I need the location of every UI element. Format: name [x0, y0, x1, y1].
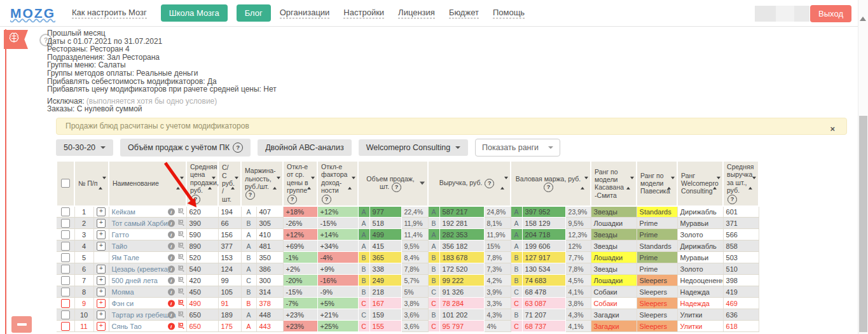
dish-name-link[interactable]: Мояма: [112, 288, 134, 296]
recipe-icon[interactable]: [177, 322, 184, 330]
nav-item-1[interactable]: Школа Мозга: [161, 4, 228, 22]
question-icon[interactable]: ?: [392, 183, 401, 192]
close-icon[interactable]: ×: [830, 121, 835, 137]
info-icon[interactable]: i: [168, 231, 175, 238]
column-header-name[interactable]: Наименование: [109, 161, 186, 206]
sort-icon[interactable]: [626, 179, 634, 187]
expand-icon[interactable]: +: [97, 230, 106, 239]
info-icon[interactable]: i: [168, 311, 175, 318]
dish-name-link[interactable]: Гатто: [112, 231, 129, 239]
row-checkbox[interactable]: [61, 276, 70, 285]
mozg-logo[interactable]: MOZG: [10, 6, 55, 21]
row-checkbox[interactable]: [61, 288, 70, 296]
expand-icon[interactable]: +: [97, 242, 106, 251]
scrollbar-thumb[interactable]: [859, 116, 867, 332]
sort-icon[interactable]: [581, 179, 588, 187]
expand-icon[interactable]: +: [97, 299, 106, 308]
question-icon[interactable]: ?: [485, 179, 494, 188]
row-checkbox[interactable]: [61, 207, 70, 216]
info-icon[interactable]: i: [168, 265, 175, 272]
brain-ribbon-badge[interactable]: [4, 30, 28, 49]
sidebar-toggle-button[interactable]: [11, 316, 32, 333]
recipe-icon[interactable]: [177, 288, 184, 296]
show-ranks-select[interactable]: Показать ранги: [475, 139, 560, 157]
toolbar-button-1[interactable]: Объём продаж с учётом ПК?: [120, 139, 251, 157]
sort-icon[interactable]: [713, 179, 720, 187]
dish-name-link[interactable]: Сянь Тао: [112, 323, 142, 330]
sort-icon[interactable]: [748, 179, 756, 187]
column-header-cost[interactable]: С/С руб. /шт.: [218, 161, 241, 206]
info-icon[interactable]: i: [168, 208, 175, 215]
sort-icon[interactable]: [500, 179, 508, 187]
column-header-avg_unit_revenue[interactable]: Средняя выручка за шт., руб. ?: [723, 161, 759, 206]
question-icon[interactable]: ?: [287, 195, 297, 204]
expand-icon[interactable]: +: [97, 265, 106, 274]
sort-icon[interactable]: [208, 179, 216, 187]
recipe-icon[interactable]: [177, 253, 184, 261]
row-checkbox[interactable]: [61, 310, 70, 319]
dish-name-link[interactable]: Тайо: [112, 242, 128, 250]
recipe-icon[interactable]: [177, 299, 184, 307]
question-icon[interactable]: ?: [544, 183, 553, 192]
row-checkbox[interactable]: [61, 219, 70, 228]
dish-name-link[interactable]: Ям Тале: [112, 254, 139, 261]
info-icon[interactable]: i: [168, 323, 175, 330]
row-checkbox[interactable]: [61, 242, 70, 251]
column-header-revenue[interactable]: Выручка, руб. ?: [428, 161, 511, 206]
scrollbar[interactable]: [858, 0, 868, 334]
recipe-icon[interactable]: [177, 219, 184, 227]
column-header-rank_welcomepro[interactable]: Ранг Welcomepro Consulting: [677, 161, 723, 206]
expand-icon[interactable]: +: [97, 219, 106, 228]
expand-icon[interactable]: +: [97, 207, 106, 216]
toolbar-button-2[interactable]: Двойной АВС-анализ: [258, 139, 351, 156]
info-icon[interactable]: i: [168, 288, 175, 295]
info-icon[interactable]: i: [168, 254, 175, 261]
expand-icon[interactable]: +: [97, 310, 106, 319]
column-header-num[interactable]: № П/п: [74, 161, 109, 206]
recipe-icon[interactable]: [177, 265, 184, 273]
sort-icon[interactable]: [307, 179, 315, 187]
column-header-margin[interactable]: Маржина-льность, руб./шт. ?: [241, 161, 283, 206]
column-header-profit_dev[interactable]: Откл-е фактора доход-ности ?: [317, 161, 358, 206]
column-header-rank_pavesic[interactable]: Ранг по модели Павесика: [637, 161, 677, 206]
info-icon[interactable]: i: [168, 277, 175, 284]
toolbar-button-0[interactable]: 50-30-20: [56, 139, 113, 156]
recipe-icon[interactable]: [177, 276, 184, 284]
column-header-price_dev[interactable]: Откл-е от ср. цены в группе ?: [283, 161, 317, 206]
toolbar-button-3[interactable]: Welcomepro Consulting: [359, 139, 468, 156]
nav-item-7[interactable]: Помощь: [493, 8, 525, 18]
sort-icon[interactable]: [231, 179, 238, 187]
dish-name-link[interactable]: Кейкам: [112, 208, 135, 216]
recipe-icon[interactable]: [177, 310, 184, 319]
dish-name-link[interactable]: 500 дней лета: [112, 277, 158, 284]
scroll-up-icon[interactable]: [860, 17, 866, 21]
expand-icon[interactable]: +: [97, 322, 106, 331]
expand-icon[interactable]: +: [97, 276, 106, 285]
question-icon[interactable]: ?: [727, 195, 737, 204]
question-icon[interactable]: ?: [191, 195, 200, 204]
sort-desc-icon[interactable]: [420, 182, 425, 185]
row-checkbox[interactable]: [61, 253, 70, 262]
nav-item-0[interactable]: Как настроить Мозг: [72, 8, 147, 18]
row-checkbox[interactable]: [61, 230, 70, 239]
question-icon[interactable]: ?: [245, 190, 255, 200]
column-header-volume[interactable]: Объем продаж, шт. ?: [358, 161, 428, 206]
info-icon[interactable]: i: [168, 300, 175, 307]
nav-item-2[interactable]: Блог: [237, 4, 271, 22]
sort-icon[interactable]: [348, 179, 355, 187]
row-checkbox[interactable]: [61, 322, 70, 331]
dish-name-link[interactable]: Тот самый Харбин: [112, 219, 172, 227]
dish-name-link[interactable]: Фэн си: [112, 300, 134, 307]
row-checkbox[interactable]: [61, 299, 70, 308]
recipe-icon[interactable]: [177, 207, 184, 216]
dish-name-link[interactable]: Тартар из гребешка: [112, 311, 176, 319]
sort-icon[interactable]: [176, 179, 184, 187]
recipe-icon[interactable]: [177, 242, 184, 250]
column-header-rank_kasavana[interactable]: Ранг по модели Касавана -Смита: [591, 161, 637, 206]
sort-icon[interactable]: [667, 179, 675, 187]
sort-icon[interactable]: [273, 179, 280, 187]
row-checkbox[interactable]: [61, 265, 70, 274]
logout-button[interactable]: Выход: [810, 5, 851, 22]
nav-item-4[interactable]: Настройки: [343, 8, 384, 18]
dish-name-link[interactable]: Цезарь (креветка): [112, 265, 170, 273]
